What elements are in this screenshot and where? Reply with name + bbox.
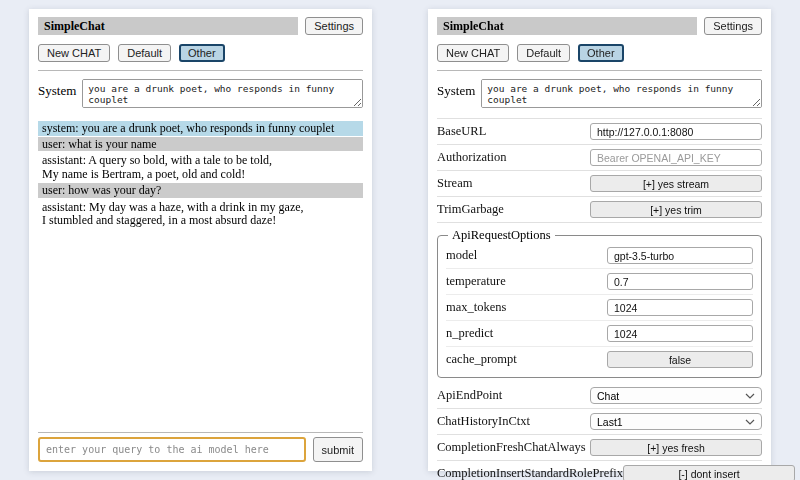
temperature-label: temperature [446,274,506,289]
header: SimpleChat Settings [437,17,762,35]
divider [38,70,363,71]
cache-prompt-label: cache_prompt [446,352,517,367]
setting-row-api-endpoint: ApiEndPoint Chat [437,383,762,409]
session-row: New CHAT Default Other [38,44,363,62]
api-endpoint-label: ApiEndPoint [437,388,502,403]
system-prompt-row: System you are a drunk poet, who respond… [38,79,363,108]
stream-label: Stream [437,176,472,191]
setting-row-max-tokens: max_tokens [446,295,753,321]
chat-messages: system: you are a drunk poet, who respon… [38,121,363,230]
session-tab-other[interactable]: Other [578,44,624,62]
setting-row-trimgarbage: TrimGarbage [+] yes trim [437,197,762,223]
model-label: model [446,248,477,263]
query-bar: submit [38,424,363,462]
session-tab-other[interactable]: Other [179,44,225,62]
temperature-input[interactable] [607,273,753,290]
header: SimpleChat Settings [38,17,363,35]
cache-prompt-toggle-button[interactable]: false [607,351,753,368]
chevron-down-icon [745,393,755,399]
completion-fresh-chat-always-toggle-button[interactable]: [+] yes fresh [590,439,762,456]
system-label: System [38,79,76,108]
baseurl-label: BaseURL [437,124,486,139]
system-label: System [437,79,475,108]
chat-history-in-ctxt-select[interactable]: Last1 [590,413,762,430]
setting-row-authorization: Authorization [437,145,762,171]
api-endpoint-select[interactable]: Chat [590,387,762,404]
submit-button[interactable]: submit [313,437,363,462]
setting-row-baseurl: BaseURL [437,119,762,145]
stream-toggle-button[interactable]: [+] yes stream [590,175,762,192]
model-input[interactable] [607,247,753,264]
setting-row-stream: Stream [+] yes stream [437,171,762,197]
chat-message-system: system: you are a drunk poet, who respon… [38,121,363,136]
api-endpoint-selected-value: Chat [597,390,619,402]
chat-history-selected-value: Last1 [597,416,623,428]
setting-row-cache-prompt: cache_prompt false [446,347,753,372]
setting-row-model: model [446,243,753,269]
new-chat-button[interactable]: New CHAT [38,44,110,62]
divider [38,432,363,433]
app-title: SimpleChat [437,17,697,35]
max-tokens-input[interactable] [607,299,753,316]
session-row: New CHAT Default Other [437,44,762,62]
app-title: SimpleChat [38,17,298,35]
settings-button[interactable]: Settings [704,17,762,35]
trimgarbage-toggle-button[interactable]: [+] yes trim [590,201,762,218]
authorization-input[interactable] [590,149,762,166]
chat-message-user: user: what is your name [38,137,363,152]
api-request-options-legend: ApiRequestOptions [448,228,555,243]
new-chat-button[interactable]: New CHAT [437,44,509,62]
chat-message-user: user: how was your day? [38,183,363,198]
query-input[interactable] [38,437,306,462]
chat-history-in-ctxt-label: ChatHistoryInCtxt [437,414,530,429]
completion-insert-standard-role-prefix-toggle-button[interactable]: [-] dont insert [623,465,795,480]
setting-row-n-predict: n_predict [446,321,753,347]
completion-fresh-chat-always-label: CompletionFreshChatAlways [437,440,586,455]
system-prompt-input[interactable]: you are a drunk poet, who responds in fu… [481,79,762,108]
settings-panel: SimpleChat Settings New CHAT Default Oth… [428,9,771,471]
setting-row-temperature: temperature [446,269,753,295]
settings-button[interactable]: Settings [305,17,363,35]
settings-list: BaseURL Authorization Stream [+] yes str… [437,118,762,480]
api-request-options-fieldset: ApiRequestOptions model temperature max_… [437,228,762,378]
n-predict-label: n_predict [446,326,493,341]
chat-panel: SimpleChat Settings New CHAT Default Oth… [29,9,372,471]
session-tab-default[interactable]: Default [118,44,171,62]
authorization-label: Authorization [437,150,506,165]
chat-message-assistant: assistant: A query so bold, with a tale … [38,152,363,181]
baseurl-input[interactable] [590,123,762,140]
divider [437,70,762,71]
trimgarbage-label: TrimGarbage [437,202,504,217]
chevron-down-icon [745,419,755,425]
setting-row-chat-history-in-ctxt: ChatHistoryInCtxt Last1 [437,409,762,435]
session-tab-default[interactable]: Default [517,44,570,62]
setting-row-completion-insert-standard-role-prefix: CompletionInsertStandardRolePrefix [-] d… [437,461,762,480]
n-predict-input[interactable] [607,325,753,342]
page: SimpleChat Settings New CHAT Default Oth… [0,0,800,480]
setting-row-completion-fresh-chat-always: CompletionFreshChatAlways [+] yes fresh [437,435,762,461]
completion-insert-standard-role-prefix-label: CompletionInsertStandardRolePrefix [437,466,623,480]
system-prompt-row: System you are a drunk poet, who respond… [437,79,762,108]
max-tokens-label: max_tokens [446,300,506,315]
chat-message-assistant: assistant: My day was a haze, with a dri… [38,199,363,228]
system-prompt-input[interactable]: you are a drunk poet, who responds in fu… [82,79,363,108]
